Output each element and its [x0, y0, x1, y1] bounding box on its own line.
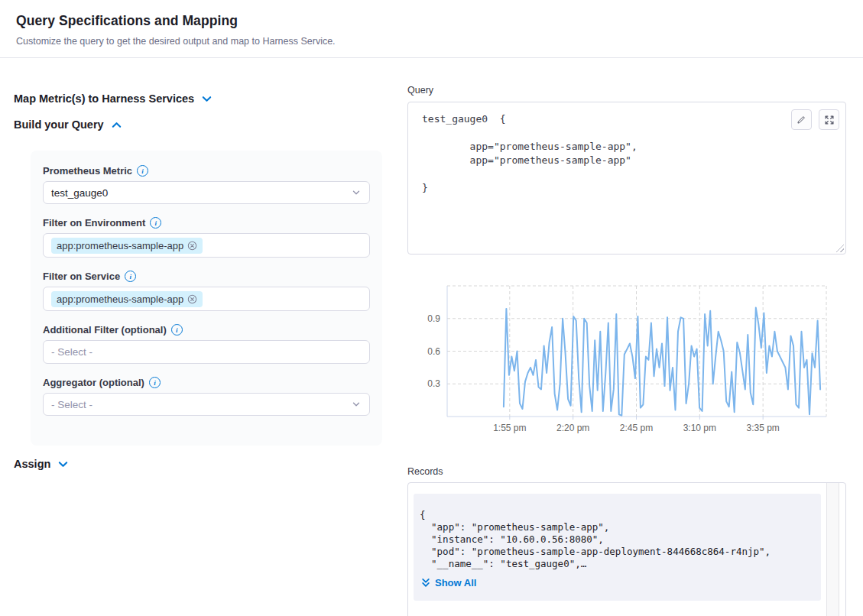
- vertical-scrollbar[interactable]: [826, 483, 839, 616]
- filter-service-label-row: Filter on Service i: [43, 271, 370, 282]
- expand-query-button[interactable]: [819, 109, 839, 130]
- tag-label: app:prometheus-sample-app: [57, 240, 183, 251]
- section-assign-label: Assign: [14, 458, 50, 470]
- field-filter-service: Filter on Service i app:prometheus-sampl…: [43, 271, 370, 311]
- filter-service-input[interactable]: app:prometheus-sample-app: [43, 287, 370, 311]
- chevron-up-icon: [111, 119, 122, 131]
- info-icon[interactable]: i: [137, 165, 148, 177]
- svg-text:0.3: 0.3: [427, 378, 440, 389]
- chevron-down-icon: [57, 459, 69, 470]
- section-map-metrics-label: Map Metric(s) to Harness Services: [14, 92, 194, 105]
- additional-filter-label-row: Additional Filter (optional) i: [43, 324, 370, 336]
- prometheus-metric-label: Prometheus Metric: [43, 165, 132, 177]
- prometheus-metric-select[interactable]: test_gauge0: [43, 181, 370, 204]
- expand-icon: [824, 115, 835, 125]
- remove-tag-icon[interactable]: [187, 294, 197, 304]
- chevron-down-icon: [351, 399, 362, 410]
- filter-service-tag: app:prometheus-sample-app: [51, 291, 203, 307]
- page-header: Query Specifications and Mapping Customi…: [0, 0, 863, 58]
- svg-text:2:45 pm: 2:45 pm: [620, 423, 653, 433]
- tag-label: app:prometheus-sample-app: [57, 293, 183, 305]
- page-subtitle: Customize the query to get the desired o…: [16, 36, 336, 47]
- query-text[interactable]: test_gauge0 { app="prometheus-sample-app…: [408, 102, 845, 205]
- records-label: Records: [407, 466, 443, 477]
- svg-text:2:20 pm: 2:20 pm: [556, 423, 589, 433]
- records-panel: { "app": "prometheus-sample-app", "insta…: [407, 482, 846, 616]
- section-build-query[interactable]: Build your Query: [14, 118, 122, 131]
- filter-environment-tag: app:prometheus-sample-app: [51, 238, 203, 254]
- svg-text:3:35 pm: 3:35 pm: [746, 423, 779, 433]
- query-editor[interactable]: test_gauge0 { app="prometheus-sample-app…: [407, 102, 846, 255]
- filter-service-label: Filter on Service: [43, 271, 120, 282]
- timeseries-chart: 0.30.60.91:55 pm2:20 pm2:45 pm3:10 pm3:3…: [407, 280, 846, 436]
- field-additional-filter: Additional Filter (optional) i - Select …: [43, 324, 370, 364]
- remove-tag-icon[interactable]: [187, 241, 197, 251]
- info-icon[interactable]: i: [171, 324, 183, 336]
- chevron-down-icon: [201, 93, 213, 105]
- edit-query-button[interactable]: [791, 109, 812, 130]
- pencil-icon: [796, 114, 807, 125]
- show-all-button[interactable]: Show All: [421, 577, 476, 588]
- additional-filter-input[interactable]: - Select -: [43, 340, 370, 364]
- field-aggregator: Aggregator (optional) i - Select -: [43, 377, 370, 416]
- section-assign[interactable]: Assign: [14, 458, 69, 470]
- aggregator-label: Aggregator (optional): [43, 377, 144, 388]
- section-build-query-label: Build your Query: [14, 118, 104, 131]
- svg-text:1:55 pm: 1:55 pm: [493, 423, 526, 433]
- additional-filter-label: Additional Filter (optional): [43, 324, 167, 336]
- records-json: { "app": "prometheus-sample-app", "insta…: [420, 509, 815, 570]
- query-label: Query: [407, 85, 433, 96]
- aggregator-select[interactable]: - Select -: [43, 393, 370, 416]
- aggregator-label-row: Aggregator (optional) i: [43, 377, 370, 388]
- resize-handle[interactable]: [835, 244, 844, 252]
- prometheus-metric-label-row: Prometheus Metric i: [43, 165, 370, 177]
- chevron-down-icon: [351, 187, 362, 198]
- records-card: { "app": "prometheus-sample-app", "insta…: [414, 494, 821, 601]
- prometheus-metric-value: test_gauge0: [51, 187, 108, 199]
- svg-text:0.6: 0.6: [427, 346, 440, 357]
- page-title: Query Specifications and Mapping: [16, 13, 238, 29]
- additional-filter-placeholder: - Select -: [51, 346, 92, 358]
- svg-text:3:10 pm: 3:10 pm: [683, 423, 716, 433]
- filter-environment-label-row: Filter on Environment i: [43, 217, 370, 229]
- filter-environment-label: Filter on Environment: [43, 217, 145, 229]
- info-icon[interactable]: i: [149, 377, 161, 388]
- info-icon[interactable]: i: [125, 271, 136, 282]
- aggregator-placeholder: - Select -: [51, 399, 92, 410]
- filter-environment-input[interactable]: app:prometheus-sample-app: [43, 233, 370, 258]
- field-filter-environment: Filter on Environment i app:prometheus-s…: [43, 217, 370, 258]
- info-icon[interactable]: i: [150, 217, 161, 229]
- svg-text:0.9: 0.9: [427, 313, 440, 324]
- section-map-metrics[interactable]: Map Metric(s) to Harness Services: [14, 92, 213, 105]
- field-prometheus-metric: Prometheus Metric i test_gauge0: [43, 165, 370, 204]
- build-query-panel: Prometheus Metric i test_gauge0 Filter o…: [31, 151, 382, 446]
- show-all-label: Show All: [435, 577, 476, 588]
- double-chevron-down-icon: [421, 577, 430, 588]
